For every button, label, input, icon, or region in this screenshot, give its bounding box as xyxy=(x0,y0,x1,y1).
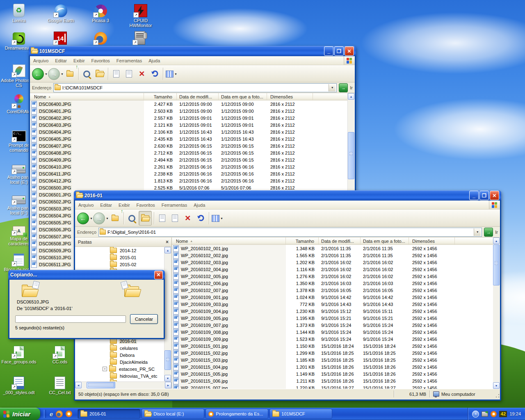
tree-expand-icon[interactable]: + xyxy=(103,367,107,371)
tree-item[interactable]: celulares xyxy=(75,345,165,352)
scroll-down-icon[interactable]: ▼ xyxy=(493,382,500,389)
address-input-w1[interactable]: I:\DCIM\101MSDCF ▼ xyxy=(53,83,337,92)
go-button[interactable]: → xyxy=(484,228,493,237)
file-row[interactable]: WP_20160109_004.jpg 1.230 KB 9/1/2016 15… xyxy=(172,308,493,315)
chrome-icon[interactable] xyxy=(66,411,72,417)
task-button[interactable]: Prolongamento da Es... xyxy=(205,409,268,419)
resize-grip[interactable] xyxy=(495,393,500,399)
tree-item[interactable]: 2014-12 xyxy=(75,247,171,254)
desktop-icon-firefox[interactable]: ↗ xyxy=(83,30,118,46)
folders-button[interactable] xyxy=(94,67,106,81)
desktop-icon-lixeira[interactable]: ♻ Lixeira xyxy=(2,2,36,23)
file-row[interactable]: WP_20160115_006.jpg 1.211 KB 15/1/2016 1… xyxy=(172,377,493,384)
folders-button[interactable] xyxy=(139,211,152,226)
file-row[interactable]: WP_20160115_003.jpg 1.185 KB 15/1/2016 1… xyxy=(172,356,493,363)
file-row[interactable]: DSC06401.JPG 2.503 KB 1/12/2015 09:00 1/… xyxy=(30,107,355,114)
file-row[interactable]: DSC06408.JPG 2.712 KB 2/12/2015 06:15 2/… xyxy=(30,149,355,156)
tray-app-icon[interactable] xyxy=(491,411,497,417)
menu-exibir[interactable]: Exibir xyxy=(70,57,88,64)
maximize-button[interactable]: ❐ xyxy=(479,191,489,200)
tree-item[interactable]: +estacoes_PR_SC xyxy=(75,365,165,372)
undo-button[interactable] xyxy=(194,211,207,225)
file-row[interactable]: WP_20160102_007.jpg 1.378 KB 2/1/2016 16… xyxy=(172,287,493,294)
task-button[interactable]: Disco local (E:) xyxy=(142,409,204,419)
file-row[interactable]: DSC06403.JPG 2.121 KB 1/12/2015 09:01 1/… xyxy=(30,121,355,128)
menu-ferramentas[interactable]: Ferramentas xyxy=(113,57,145,64)
scrollbar-vertical-w2[interactable]: ▲ ▼ xyxy=(493,237,500,389)
desktop-icon-000-styles-odt[interactable]: ↗ _000_styles.odt xyxy=(0,374,39,395)
menu-editar[interactable]: Editar xyxy=(52,57,70,64)
file-row[interactable]: WP_20160109_005.jpg 1.195 KB 9/1/2016 15… xyxy=(172,315,493,322)
back-button[interactable]: ←▼ xyxy=(77,211,93,225)
file-row[interactable]: WP_20160109_001.jpg 1.024 KB 9/1/2016 14… xyxy=(172,294,493,301)
up-button[interactable]: ↑ xyxy=(64,67,76,81)
desktop-icon-app-14[interactable]: 14↗ xyxy=(43,30,78,46)
tree-item[interactable]: hidrovias_TVA_etc xyxy=(75,372,165,379)
undo-button[interactable] xyxy=(148,67,161,81)
menu-ferramentas[interactable]: Ferramentas xyxy=(158,202,190,208)
address-dropdown[interactable]: ▼ xyxy=(329,84,336,91)
up-button[interactable]: ↑ xyxy=(109,211,121,225)
move-to-button[interactable] xyxy=(156,211,169,225)
scroll-up-icon[interactable]: ▲ xyxy=(493,237,500,244)
file-row[interactable]: DSC06404.JPG 2.106 KB 1/12/2015 16:43 1/… xyxy=(30,128,355,135)
views-button[interactable]: ▼ xyxy=(211,211,224,225)
address-input-w2[interactable]: F:\Digital_Sony\2016-01 ▼ xyxy=(98,228,482,237)
column-header[interactable]: Tamanho xyxy=(286,237,319,244)
desktop-icon-google-earth[interactable]: ↗ Google Earth xyxy=(43,2,78,23)
menu-favoritos[interactable]: Favoritos xyxy=(133,202,158,208)
menu-ajuda[interactable]: Ajuda xyxy=(145,57,163,64)
file-row[interactable]: WP_20160102_002.jpg 1.565 KB 2/1/2016 11… xyxy=(172,252,493,259)
hide-icons-chevron[interactable]: ‹ xyxy=(472,411,479,418)
cancel-button[interactable]: Cancelar xyxy=(130,314,158,324)
file-row[interactable]: DSC06412.JPG 1.813 KB 2/12/2015 06:16 2/… xyxy=(30,177,355,184)
column-header[interactable]: Data em que a foto... xyxy=(361,237,409,244)
close-button[interactable]: ✕ xyxy=(490,191,499,200)
menu-arquivo[interactable]: Arquivo xyxy=(75,202,97,208)
forward-button[interactable]: →▼ xyxy=(93,211,109,225)
file-row[interactable]: WP_20160115_004.jpg 1.201 KB 15/1/2016 1… xyxy=(172,363,493,370)
hwmonitor-temp-badge[interactable]: 42 xyxy=(499,411,507,417)
address-dropdown[interactable]: ▼ xyxy=(474,228,481,236)
delete-button[interactable]: ✕ xyxy=(136,67,148,81)
go-button[interactable]: → xyxy=(339,83,348,92)
copy-to-button[interactable] xyxy=(169,211,181,225)
minimize-button[interactable]: _ xyxy=(469,191,479,200)
internet-explorer-icon[interactable]: e xyxy=(50,411,53,418)
file-row[interactable]: DSC06402.JPG 2.557 KB 1/12/2015 09:01 1/… xyxy=(30,114,355,121)
tree-item[interactable]: DjacirAlmeida xyxy=(75,358,165,365)
column-header[interactable]: Nome▲ xyxy=(172,237,286,244)
file-row[interactable]: WP_20160102_001.jpg 1.348 KB 2/1/2016 11… xyxy=(172,245,493,252)
file-row[interactable]: DSC06411.JPG 2.238 KB 2/12/2015 06:16 2/… xyxy=(30,170,355,177)
tree-item[interactable]: 2015-02 xyxy=(75,261,171,268)
desktop-icon-cc-cel-txt[interactable]: CC_Cel.txt xyxy=(43,374,77,395)
search-button[interactable] xyxy=(126,211,138,225)
file-row[interactable]: DSC06409.JPG 2.494 KB 2/12/2015 06:15 2/… xyxy=(30,156,355,163)
firefox-icon[interactable] xyxy=(56,411,63,418)
column-header[interactable]: Data em que a foto... xyxy=(219,93,267,100)
menu-editar[interactable]: Editar xyxy=(97,202,115,208)
desktop-icon-hardware-monitor[interactable]: ↗ xyxy=(123,30,157,46)
file-row[interactable]: WP_20160109_003.jpg 772 KB 9/1/2016 14:4… xyxy=(172,301,493,308)
task-button[interactable]: 2016-01 xyxy=(78,409,140,419)
menu-exibir[interactable]: Exibir xyxy=(115,202,133,208)
window2-titlebar[interactable]: 2016-01 _ ❐ ✕ xyxy=(74,190,501,201)
copy-to-button[interactable] xyxy=(123,67,135,81)
search-button[interactable] xyxy=(81,67,93,81)
file-row[interactable]: WP_20160115_002.jpg 1.299 KB 15/1/2016 1… xyxy=(172,349,493,356)
tree-scrollbar-horizontal[interactable]: ◄ ► xyxy=(75,381,171,389)
start-button[interactable]: Iniciar xyxy=(0,408,40,420)
views-button[interactable]: ▼ xyxy=(165,67,178,81)
file-row[interactable]: DSC06407.JPG 2.630 KB 2/12/2015 06:15 2/… xyxy=(30,142,355,149)
column-header[interactable]: Tamanho xyxy=(144,93,177,100)
scroll-up-icon[interactable]: ▲ xyxy=(348,93,354,100)
move-to-button[interactable] xyxy=(110,67,123,81)
scroll-right-icon[interactable]: ► xyxy=(165,382,171,388)
file-row[interactable]: WP_20160102_003.jpg 1.202 KB 2/1/2016 16… xyxy=(172,259,493,266)
file-row[interactable]: WP_20160115_001.jpg 1.150 KB 15/1/2016 1… xyxy=(172,342,493,349)
file-row[interactable]: WP_20160102_005.jpg 1.276 KB 2/1/2016 16… xyxy=(172,273,493,280)
file-row[interactable]: WP_20160109_009.jpg 1.523 KB 9/1/2016 15… xyxy=(172,336,493,342)
close-pane-icon[interactable]: × xyxy=(166,239,169,245)
column-header[interactable]: Dimensões xyxy=(267,93,313,100)
file-row[interactable]: WP_20160109_007.jpg 1.373 KB 9/1/2016 15… xyxy=(172,322,493,329)
